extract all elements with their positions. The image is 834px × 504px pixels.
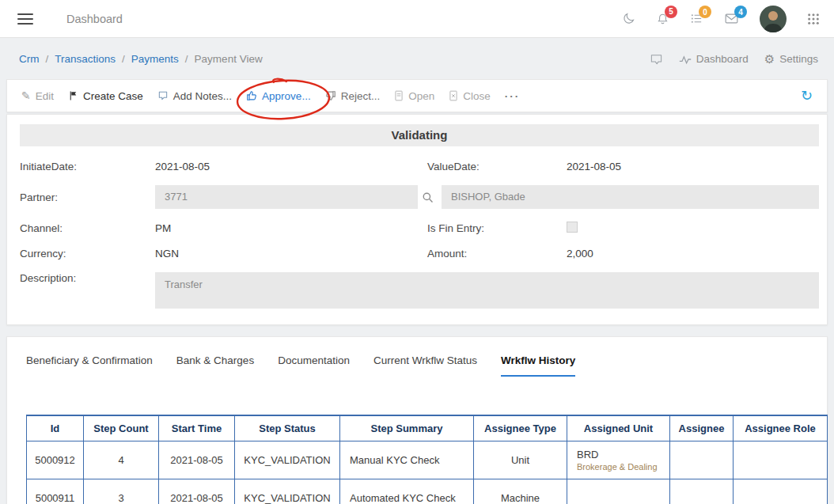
close-button-label: Close	[463, 90, 491, 102]
cell-assigned-unit	[567, 479, 670, 504]
cell-step-summary: Manual KYC Check	[340, 441, 474, 479]
thumbs-up-icon	[246, 90, 257, 101]
cell-step-count: 4	[84, 441, 159, 479]
close-button[interactable]: Close	[449, 90, 491, 102]
settings-link-label: Settings	[779, 53, 818, 65]
create-case-button[interactable]: Create Case	[68, 90, 143, 102]
assigned-unit-name: Brokerage & Dealing	[577, 462, 663, 472]
cell-start-time: 2021-08-05	[159, 479, 235, 504]
table-row[interactable]: 5000912 4 2021-08-05 KYC_VALIDATION Manu…	[27, 441, 828, 479]
table-header-row: Id Step Count Start Time Step Status Ste…	[27, 415, 828, 441]
settings-link[interactable]: ⚙ Settings	[764, 53, 818, 65]
notifications-badge: 5	[665, 6, 677, 18]
edit-button-label: Edit	[36, 90, 54, 102]
initiate-date-value: 2021-08-05	[155, 161, 427, 172]
col-header-assignee: Assignee	[670, 415, 734, 441]
partner-search-icon[interactable]	[418, 191, 437, 203]
table-row[interactable]: 5000911 3 2021-08-05 KYC_VALIDATION Auto…	[27, 479, 828, 504]
workflow-history-table: Id Step Count Start Time Step Status Ste…	[26, 415, 828, 504]
breadcrumb-bar: Crm / Transactions / Payments / Payment …	[0, 38, 834, 76]
dark-mode-moon-icon[interactable]	[622, 12, 635, 25]
dashboard-link-label: Dashboard	[696, 53, 749, 65]
action-toolbar: ✎ Edit Create Case Add Notes... Approve.…	[6, 79, 828, 112]
more-actions-icon: ···	[505, 90, 521, 102]
more-actions-button[interactable]: ···	[505, 90, 521, 102]
tab-wrkflw-history[interactable]: Wrkflw History	[501, 354, 575, 377]
open-button-label: Open	[408, 90, 434, 102]
breadcrumb-payments[interactable]: Payments	[131, 53, 179, 65]
channel-label: Channel:	[20, 222, 155, 234]
add-notes-button[interactable]: Add Notes...	[157, 90, 232, 102]
tab-bank-charges[interactable]: Bank & Charges	[176, 354, 254, 377]
cell-assignee-role	[734, 479, 828, 504]
col-header-id: Id	[27, 415, 84, 441]
apps-grid-icon[interactable]	[807, 13, 820, 25]
breadcrumb-separator: /	[122, 53, 125, 65]
cell-assigned-unit: BRD Brokerage & Dealing	[567, 441, 670, 479]
breadcrumb: Crm / Transactions / Payments / Payment …	[19, 53, 263, 65]
description-label: Description:	[20, 272, 155, 284]
approve-button-label: Approve...	[262, 90, 311, 102]
partner-row: Partner: 3771 BISHOP, Gbade	[20, 185, 819, 209]
edit-pencil-icon: ✎	[21, 90, 31, 101]
is-fin-entry-label: Is Fin Entry:	[427, 222, 567, 234]
is-fin-entry-checkbox[interactable]	[567, 222, 578, 233]
dates-row: InitiateDate: 2021-08-05 ValueDate: 2021…	[20, 161, 819, 172]
tab-documentation[interactable]: Documentation	[278, 354, 350, 377]
thumbs-down-icon	[325, 90, 336, 101]
user-avatar[interactable]	[760, 6, 787, 32]
cell-assignee-type: Machine	[474, 479, 567, 504]
create-case-button-label: Create Case	[83, 90, 143, 102]
breadcrumb-current: Payment View	[195, 53, 263, 65]
cell-assignee	[670, 479, 734, 504]
reject-button-label: Reject...	[341, 90, 381, 102]
detail-tabs: Beneficiary & Confirmation Bank & Charge…	[7, 354, 827, 377]
breadcrumb-separator: /	[185, 53, 188, 65]
cell-start-time: 2021-08-05	[159, 441, 235, 479]
add-notes-button-label: Add Notes...	[173, 90, 232, 102]
col-header-assignee-type: Assignee Type	[474, 415, 567, 441]
topbar-actions: 5 0 4	[622, 6, 820, 32]
cell-id: 5000912	[27, 441, 84, 479]
notifications-bell-icon[interactable]: 5	[656, 12, 669, 26]
dashboard-link[interactable]: Dashboard	[679, 53, 749, 65]
description-row: Description: Transfer	[20, 272, 819, 309]
tab-beneficiary-confirmation[interactable]: Beneficiary & Confirmation	[26, 354, 153, 377]
close-document-icon	[449, 90, 458, 101]
tasks-list-icon[interactable]: 0	[690, 12, 703, 25]
breadcrumb-actions: Dashboard ⚙ Settings	[650, 53, 818, 65]
col-header-assigned-unit: Assigned Unit	[567, 415, 670, 441]
topbar: Dashboard 5 0 4	[0, 0, 834, 38]
description-field[interactable]: Transfer	[155, 272, 819, 309]
payment-view-card: Validating InitiateDate: 2021-08-05 Valu…	[6, 114, 828, 325]
reject-button[interactable]: Reject...	[325, 90, 381, 102]
refresh-icon[interactable]: ↻	[801, 89, 813, 103]
cell-step-summary: Automated KYC Check	[340, 479, 474, 504]
col-header-assignee-role: Assignee Role	[734, 415, 828, 441]
breadcrumb-transactions[interactable]: Transactions	[55, 53, 116, 65]
open-button[interactable]: Open	[394, 90, 434, 102]
breadcrumb-separator: /	[46, 53, 49, 65]
amount-label: Amount:	[427, 248, 567, 260]
currency-row: Currency: NGN Amount: 2,000	[20, 248, 819, 260]
edit-button[interactable]: ✎ Edit	[21, 90, 54, 102]
partner-code-field[interactable]: 3771	[155, 185, 418, 209]
partner-name-field[interactable]: BISHOP, Gbade	[442, 185, 819, 209]
col-header-step-summary: Step Summary	[340, 415, 474, 441]
app-title: Dashboard	[66, 13, 123, 25]
cell-assignee	[670, 441, 734, 479]
amount-value: 2,000	[567, 248, 819, 260]
approve-button[interactable]: Approve...	[246, 90, 311, 102]
cell-step-status: KYC_VALIDATION	[235, 441, 340, 479]
chat-bubble-icon[interactable]	[650, 53, 663, 65]
mail-badge: 4	[734, 6, 747, 18]
tab-current-wrkflw-status[interactable]: Current Wrkflw Status	[373, 354, 477, 377]
workflow-history-table-wrap: Id Step Count Start Time Step Status Ste…	[26, 415, 813, 504]
breadcrumb-crm[interactable]: Crm	[19, 53, 40, 65]
hamburger-menu-icon[interactable]	[17, 13, 33, 25]
tasks-badge: 0	[699, 6, 711, 18]
mail-envelope-icon[interactable]: 4	[724, 12, 739, 25]
detail-tabs-card: Beneficiary & Confirmation Bank & Charge…	[6, 336, 828, 504]
value-date-label: ValueDate:	[427, 161, 567, 172]
currency-value: NGN	[155, 248, 427, 260]
